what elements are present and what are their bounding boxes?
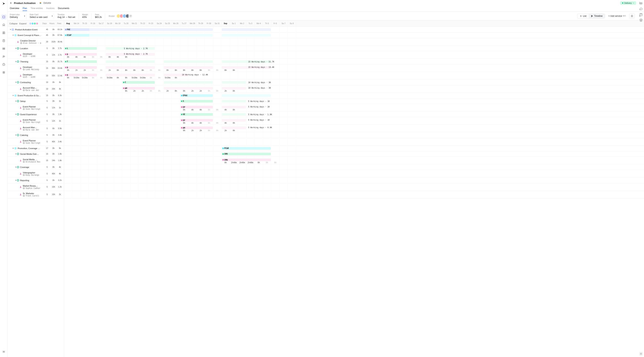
filter-cyan[interactable] xyxy=(32,23,34,25)
hour-cell[interactable]: 4h xyxy=(114,56,122,58)
hour-cell[interactable]: 8h xyxy=(230,69,238,71)
hour-cell[interactable]: 8h xyxy=(222,69,230,71)
timeline-bar[interactable]: AM xyxy=(122,87,155,90)
timeline-bar[interactable]: L xyxy=(64,47,97,50)
hour-cell[interactable]: 4h xyxy=(196,122,205,124)
timeline-bar[interactable] xyxy=(222,87,246,90)
caret-icon[interactable]: ▾ xyxy=(15,179,17,182)
hour-cell[interactable]: 2h xyxy=(222,130,230,132)
hour-cell[interactable]: 4h xyxy=(188,122,196,124)
timeline-bar[interactable] xyxy=(222,81,246,84)
hour-cell[interactable]: 0h xyxy=(205,122,213,124)
hour-cell[interactable]: 2h xyxy=(72,69,80,71)
hour-cell[interactable]: 0h xyxy=(172,90,180,92)
hour-cell[interactable]: 0h xyxy=(97,56,106,58)
filter-green[interactable] xyxy=(34,23,36,25)
nav-book-icon[interactable] xyxy=(1,30,6,36)
nav-plan-icon[interactable] xyxy=(1,14,6,20)
timeline-bar[interactable] xyxy=(89,34,213,37)
caret-icon[interactable]: ▾ xyxy=(15,100,17,102)
caret-icon[interactable]: ▾ xyxy=(15,60,17,63)
timeline-bar[interactable] xyxy=(164,87,213,90)
hour-cell[interactable]: 0h xyxy=(213,90,222,92)
hour-cell[interactable]: 0h xyxy=(213,109,222,111)
hour-cell[interactable]: 0h xyxy=(122,56,130,58)
copilot-icon[interactable] xyxy=(639,2,643,5)
hour-cell[interactable]: 2h xyxy=(138,90,147,92)
tree-row[interactable]: Account Man…Kara van der1020h3k xyxy=(8,85,64,93)
hour-cell[interactable]: 8h xyxy=(122,69,130,71)
hour-cell[interactable]: 8h xyxy=(138,69,147,71)
tree-row[interactable]: ▾Location50h2.7k xyxy=(8,46,64,51)
timeline-bar[interactable] xyxy=(106,60,155,63)
tree-row[interactable]: Sr. MarketerTrent Caroll510h2k xyxy=(8,191,64,198)
expand-button[interactable]: Expand xyxy=(20,23,26,25)
roster[interactable]: Roster +7 xyxy=(109,14,132,18)
timeline-bar[interactable]: SMO xyxy=(222,153,271,155)
caret-icon[interactable]: ▾ xyxy=(12,147,14,149)
timeline-bar[interactable]: GE xyxy=(180,113,213,116)
list-view-button[interactable]: List xyxy=(577,14,589,18)
avatar-more[interactable]: +7 xyxy=(128,14,132,18)
hour-cell[interactable]: 0h xyxy=(213,69,222,71)
caret-icon[interactable]: ▾ xyxy=(10,28,12,31)
caret-icon[interactable]: ▾ xyxy=(15,47,17,50)
hour-cell[interactable]: 5h30m xyxy=(106,77,114,79)
timeline-bar[interactable]: D xyxy=(64,53,97,56)
nav-menu-icon[interactable] xyxy=(1,349,6,354)
add-service-button[interactable]: + Add service ⌘K xyxy=(608,15,626,17)
hour-cell[interactable]: 0h xyxy=(172,77,180,79)
tree-row[interactable]: ▾Catering50h3.4k xyxy=(8,132,64,138)
timeline-bar[interactable]: T xyxy=(64,60,97,63)
timeline-bar[interactable] xyxy=(89,28,213,31)
hour-cell[interactable]: 0h xyxy=(180,109,188,111)
hour-cell[interactable]: 2h xyxy=(196,130,205,132)
timeline-bar[interactable] xyxy=(222,127,246,129)
timeline-bar[interactable]: D xyxy=(64,66,97,69)
tree-row[interactable]: Event PlannerSven Harringt512h1k xyxy=(8,117,64,125)
timeline-bar[interactable]: AM xyxy=(180,127,213,129)
nav-3-icon[interactable] xyxy=(1,46,6,51)
tree-row[interactable]: DeveloperLuke Maloney1586h19.4k xyxy=(8,65,64,72)
client-name[interactable]: Deloitte xyxy=(43,2,51,4)
tree-row[interactable]: ▾Promotion, Coverage …170h9k xyxy=(8,146,64,151)
hour-cell[interactable]: 8h xyxy=(196,69,205,71)
hour-cell[interactable]: 0h xyxy=(97,77,106,79)
timeline-bar[interactable]: EP xyxy=(180,119,213,122)
tree-row[interactable]: ▾Event Concept & Plann…450h67.8k xyxy=(8,33,64,38)
hour-cell[interactable]: 0h xyxy=(114,77,122,79)
caret-icon[interactable]: ▾ xyxy=(15,113,17,116)
hour-cell[interactable]: 0h xyxy=(89,56,97,58)
timeline-bar[interactable]: EP xyxy=(180,106,213,108)
nav-org-icon[interactable] xyxy=(1,22,6,28)
hour-cell[interactable]: 0h xyxy=(64,77,72,79)
activity-icon[interactable] xyxy=(639,13,643,16)
caret-icon[interactable]: ▾ xyxy=(12,94,14,97)
hour-cell[interactable]: 5h30m xyxy=(164,77,172,79)
hour-cell[interactable]: 5h30m xyxy=(130,77,138,79)
timeline-bar[interactable]: C xyxy=(122,81,155,84)
caret-icon[interactable]: ▾ xyxy=(15,166,17,168)
tree-row[interactable]: Developer$225 · $100512h2.7k xyxy=(8,51,64,59)
tree-row[interactable]: VideographerKoby Durango540h4k xyxy=(8,170,64,178)
hour-cell[interactable]: 0h xyxy=(213,122,222,124)
hour-cell[interactable]: 0h xyxy=(180,90,188,92)
timeline-panel[interactable]: AugWe 14Th 15Fr 16Sa 17Su 18Mo 19Tu 20We… xyxy=(64,20,644,357)
hour-cell[interactable]: 0h xyxy=(263,162,271,164)
hour-cell[interactable]: 0h xyxy=(271,162,280,164)
tree-row[interactable]: ▾Product Activation Event450h83.2k xyxy=(8,27,64,33)
tree-row[interactable]: ▾Coverage50h4k xyxy=(8,164,64,170)
tree-row[interactable]: Account Man…Kara van der56h0.9k xyxy=(8,125,64,132)
hour-cell[interactable]: 2h xyxy=(222,90,230,92)
hour-cell[interactable]: 0h xyxy=(97,69,106,71)
timeline-bar[interactable] xyxy=(222,100,246,103)
hour-cell[interactable]: 0h xyxy=(180,122,188,124)
hour-cell[interactable]: 5h30m xyxy=(72,77,80,79)
hour-cell[interactable]: 0h xyxy=(147,77,155,79)
tab-overview[interactable]: Overview xyxy=(10,7,19,11)
project-plan-dropdown[interactable]: Project plan Delivery ▾ xyxy=(10,14,23,19)
hour-cell[interactable]: 4h xyxy=(222,122,230,124)
timeline-bar[interactable] xyxy=(222,28,271,31)
caret-icon[interactable]: ▾ xyxy=(15,153,17,155)
hour-cell[interactable]: 4h xyxy=(196,109,205,111)
